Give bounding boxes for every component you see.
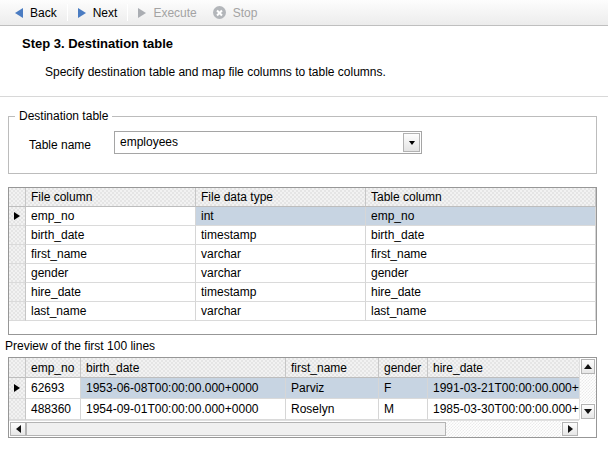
toolbar-separator xyxy=(67,4,68,21)
row-selector-cell[interactable] xyxy=(9,207,26,226)
mapping-cell[interactable]: hire_date xyxy=(366,283,596,302)
next-button[interactable]: Next xyxy=(70,2,126,24)
row-selector-cell[interactable] xyxy=(9,399,26,420)
table-name-value: employees xyxy=(120,132,178,153)
header-table-column[interactable]: Table column xyxy=(366,188,596,207)
header-file-data-type[interactable]: File data type xyxy=(196,188,366,207)
horizontal-scroll-track[interactable] xyxy=(446,421,561,437)
preview-cell[interactable]: 488360 xyxy=(26,399,81,420)
preview-cell[interactable]: Roselyn xyxy=(286,399,379,420)
preview-header-row: emp_no birth_date first_name gender hire… xyxy=(9,358,579,378)
preview-cell[interactable]: 1953-06-08T00:00:00.000+0000 xyxy=(81,378,286,399)
execute-button[interactable]: Execute xyxy=(130,2,204,24)
horizontal-scrollbar[interactable] xyxy=(9,420,579,437)
preview-row[interactable]: 488360 1954-09-01T00:00:00.000+0000 Rose… xyxy=(9,399,579,420)
mapping-row[interactable]: hire_date timestamp hire_date xyxy=(9,283,596,302)
wizard-toolbar: Back Next Execute Stop xyxy=(0,0,608,26)
vertical-scroll-track[interactable] xyxy=(580,374,596,403)
preview-label: Preview of the first 100 lines xyxy=(5,339,155,353)
mapping-cell[interactable]: emp_no xyxy=(26,207,196,226)
mapping-cell[interactable]: timestamp xyxy=(196,283,366,302)
mapping-header-row: File column File data type Table column xyxy=(9,188,596,207)
combobox-dropdown-button[interactable] xyxy=(403,133,420,152)
preview-grid: emp_no birth_date first_name gender hire… xyxy=(8,357,597,438)
mapping-cell[interactable]: first_name xyxy=(26,245,196,264)
execute-button-label: Execute xyxy=(153,6,196,20)
scrollbar-corner xyxy=(579,420,596,437)
mapping-cell[interactable]: hire_date xyxy=(26,283,196,302)
preview-cell[interactable]: Parviz xyxy=(286,378,379,399)
scroll-down-icon xyxy=(584,409,592,414)
scroll-up-icon xyxy=(584,364,592,369)
preview-cell[interactable]: 1985-03-30T00:00:00.000+0000 xyxy=(428,399,579,420)
destination-table-group: Destination table Table name employees xyxy=(8,116,597,174)
mapping-cell[interactable]: gender xyxy=(366,264,596,283)
mapping-cell[interactable]: gender xyxy=(26,264,196,283)
mapping-row-selected[interactable]: emp_no int emp_no xyxy=(9,207,596,226)
step-title: Step 3. Destination table xyxy=(22,36,173,51)
header-divider xyxy=(0,96,608,97)
header-birth-date[interactable]: birth_date xyxy=(81,358,286,378)
mapping-cell[interactable]: varchar xyxy=(196,302,366,321)
row-selector-cell[interactable] xyxy=(9,264,26,283)
header-hire-date[interactable]: hire_date xyxy=(428,358,579,378)
scroll-left-button[interactable] xyxy=(10,422,26,436)
row-selector-header xyxy=(9,358,26,378)
horizontal-scroll-thumb[interactable] xyxy=(26,422,446,436)
scroll-up-button[interactable] xyxy=(581,359,595,374)
scroll-right-button[interactable] xyxy=(562,422,578,436)
header-emp-no[interactable]: emp_no xyxy=(26,358,81,378)
header-gender[interactable]: gender xyxy=(379,358,428,378)
mapping-cell[interactable]: int xyxy=(196,207,366,226)
preview-cell[interactable]: 1991-03-21T00:00:00.000+0000 xyxy=(428,378,579,399)
stop-button[interactable]: Stop xyxy=(205,2,266,24)
import-wizard-window: Back Next Execute Stop Step 3. Destinati… xyxy=(0,0,608,452)
mapping-row[interactable]: last_name varchar last_name xyxy=(9,302,596,321)
chevron-down-icon xyxy=(409,141,415,145)
preview-row-selected[interactable]: 62693 1953-06-08T00:00:00.000+0000 Parvi… xyxy=(9,378,579,399)
toolbar-separator xyxy=(127,4,128,21)
current-row-arrow-icon xyxy=(14,212,20,220)
step-description: Specify destination table and map file c… xyxy=(45,65,386,79)
mapping-cell[interactable]: last_name xyxy=(26,302,196,321)
scroll-down-button[interactable] xyxy=(581,404,595,419)
mapping-row[interactable]: birth_date timestamp birth_date xyxy=(9,226,596,245)
stop-button-label: Stop xyxy=(233,6,258,20)
mapping-row[interactable]: gender varchar gender xyxy=(9,264,596,283)
mapping-row[interactable]: first_name varchar first_name xyxy=(9,245,596,264)
row-selector-cell[interactable] xyxy=(9,283,26,302)
row-selector-header xyxy=(9,188,26,207)
mapping-cell[interactable]: birth_date xyxy=(26,226,196,245)
preview-cell[interactable]: 1954-09-01T00:00:00.000+0000 xyxy=(81,399,286,420)
stop-circle-icon xyxy=(213,6,226,19)
preview-cell[interactable]: 62693 xyxy=(26,378,81,399)
table-name-combobox[interactable]: employees xyxy=(114,131,422,154)
mapping-cell[interactable]: emp_no xyxy=(366,207,596,226)
back-button[interactable]: Back xyxy=(7,2,65,24)
current-row-arrow-icon xyxy=(14,384,20,392)
mapping-cell[interactable]: timestamp xyxy=(196,226,366,245)
mapping-cell[interactable]: first_name xyxy=(366,245,596,264)
execute-arrow-icon xyxy=(138,8,146,18)
column-mapping-grid: File column File data type Table column … xyxy=(8,187,597,335)
row-selector-cell[interactable] xyxy=(9,226,26,245)
mapping-cell[interactable]: birth_date xyxy=(366,226,596,245)
row-selector-cell[interactable] xyxy=(9,378,26,399)
back-arrow-icon xyxy=(15,8,23,18)
row-selector-cell[interactable] xyxy=(9,245,26,264)
destination-group-label: Destination table xyxy=(15,109,112,123)
header-file-column[interactable]: File column xyxy=(26,188,196,207)
scroll-left-icon xyxy=(16,425,21,433)
table-name-label: Table name xyxy=(29,138,91,152)
header-first-name[interactable]: first_name xyxy=(286,358,379,378)
back-button-label: Back xyxy=(30,6,57,20)
preview-cell[interactable]: F xyxy=(379,378,428,399)
scroll-right-icon xyxy=(568,425,573,433)
next-button-label: Next xyxy=(93,6,118,20)
row-selector-cell[interactable] xyxy=(9,302,26,321)
mapping-cell[interactable]: varchar xyxy=(196,245,366,264)
preview-cell[interactable]: M xyxy=(379,399,428,420)
mapping-cell[interactable]: varchar xyxy=(196,264,366,283)
mapping-cell[interactable]: last_name xyxy=(366,302,596,321)
vertical-scrollbar[interactable] xyxy=(579,358,596,420)
